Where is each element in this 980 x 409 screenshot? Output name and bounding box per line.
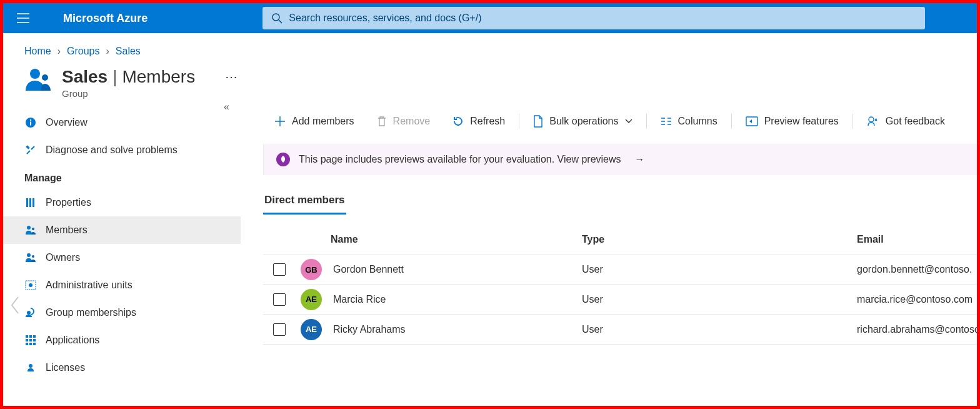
title-group-name: Sales (62, 67, 108, 87)
table-row[interactable]: AEMarcia RiceUsermarcia.rice@contoso.com (263, 285, 977, 315)
sidebar-item-licenses[interactable]: Licenses (3, 354, 241, 381)
columns-icon (661, 117, 672, 126)
add-members-button[interactable]: Add members (263, 108, 366, 135)
sidebar-item-label: Overview (46, 117, 88, 128)
toolbar-label: Columns (678, 116, 718, 127)
preview-banner[interactable]: This page includes previews available fo… (263, 144, 977, 175)
sidebar-item-diagnose[interactable]: Diagnose and solve problems (3, 136, 241, 164)
svg-rect-7 (26, 198, 28, 207)
sidebar-item-label: Properties (46, 197, 91, 208)
column-header-name[interactable]: Name (296, 234, 577, 245)
svg-rect-19 (33, 335, 36, 338)
sidebar-item-owners[interactable]: Owners (3, 244, 241, 271)
svg-point-11 (32, 228, 34, 230)
toolbar-label: Preview features (764, 116, 839, 127)
row-checkbox-cell (263, 323, 296, 336)
breadcrumb: Home › Groups › Sales (3, 33, 977, 62)
svg-point-12 (27, 253, 31, 257)
svg-point-0 (272, 14, 279, 21)
svg-rect-23 (26, 343, 28, 345)
title-block: Sales | Members Group (62, 67, 195, 99)
toolbar-separator (519, 114, 519, 129)
search-placeholder: Search resources, services, and docs (G+… (289, 13, 481, 24)
properties-icon (24, 198, 37, 208)
sidebar-item-label: Diagnose and solve problems (46, 144, 178, 156)
svg-rect-5 (30, 122, 31, 126)
row-email-cell: marcia.rice@contoso.com (852, 294, 977, 305)
column-header-type[interactable]: Type (577, 234, 852, 245)
row-checkbox[interactable] (273, 293, 286, 306)
page-subtitle: Group (62, 88, 195, 99)
member-name[interactable]: Marcia Rice (333, 294, 386, 305)
member-name[interactable]: Ricky Abrahams (333, 324, 406, 335)
page-header: Sales | Members Group ⋯ (3, 62, 977, 105)
sidebar: « Overview Diagnose and solve problems M… (3, 105, 241, 401)
search-icon (271, 13, 282, 24)
sidebar-item-label: Members (46, 225, 88, 236)
preview-icon (746, 116, 758, 126)
svg-rect-22 (33, 339, 36, 341)
group-avatar-icon (24, 67, 52, 92)
tab-header: Direct members (263, 190, 977, 215)
sidebar-item-applications[interactable]: Applications (3, 326, 241, 354)
sidebar-item-members[interactable]: Members (3, 216, 241, 244)
sidebar-item-group-memberships[interactable]: Group memberships (3, 299, 241, 326)
preview-features-button[interactable]: Preview features (734, 108, 850, 135)
main-content: Add members Remove Refresh Bulk operatio… (241, 105, 977, 401)
hamburger-menu[interactable] (8, 3, 38, 33)
row-name-cell: AEMarcia Rice (296, 289, 577, 310)
table-row[interactable]: AERicky AbrahamsUserrichard.abrahams@con… (263, 315, 977, 345)
sidebar-section-manage: Manage (3, 164, 241, 189)
breadcrumb-home[interactable]: Home (24, 46, 51, 57)
row-name-cell: GBGordon Bennett (296, 259, 577, 280)
svg-point-10 (27, 226, 31, 230)
svg-rect-8 (29, 198, 31, 207)
svg-point-2 (30, 69, 40, 79)
trash-icon (377, 116, 387, 127)
row-checkbox[interactable] (273, 323, 286, 336)
svg-rect-25 (33, 343, 36, 345)
refresh-button[interactable]: Refresh (441, 108, 516, 135)
more-actions-button[interactable]: ⋯ (218, 67, 245, 87)
file-icon (533, 115, 543, 128)
sidebar-item-overview[interactable]: Overview (3, 109, 241, 136)
row-email-cell: gordon.bennett@contoso. (852, 264, 977, 275)
title-separator: | (112, 67, 117, 87)
toolbar: Add members Remove Refresh Bulk operatio… (263, 108, 977, 135)
row-name-cell: AERicky Abrahams (296, 319, 577, 340)
svg-point-13 (32, 255, 34, 258)
feedback-button[interactable]: Got feedback (856, 108, 956, 135)
toolbar-label: Got feedback (886, 116, 945, 127)
members-table: Name Type Email GBGordon BennettUsergord… (263, 225, 977, 345)
columns-button[interactable]: Columns (649, 108, 729, 135)
sidebar-item-admin-units[interactable]: Administrative units (3, 271, 241, 299)
collapse-sidebar-button[interactable]: « (224, 101, 229, 113)
row-checkbox[interactable] (273, 263, 286, 276)
svg-rect-18 (29, 335, 32, 338)
tab-direct-members[interactable]: Direct members (263, 190, 346, 215)
members-icon (24, 225, 37, 235)
svg-rect-21 (29, 339, 32, 341)
toolbar-label: Refresh (470, 116, 505, 127)
member-name[interactable]: Gordon Bennett (333, 264, 404, 275)
sidebar-item-properties[interactable]: Properties (3, 189, 241, 216)
chevron-down-icon (625, 119, 632, 124)
applications-icon (24, 335, 37, 345)
row-checkbox-cell (263, 293, 296, 306)
column-header-email[interactable]: Email (852, 234, 977, 245)
brand-title[interactable]: Microsoft Azure (38, 12, 162, 25)
search-box[interactable]: Search resources, services, and docs (G+… (262, 7, 925, 29)
table-row[interactable]: GBGordon BennettUsergordon.bennett@conto… (263, 255, 977, 285)
breadcrumb-groups[interactable]: Groups (67, 46, 99, 57)
toolbar-separator (852, 114, 853, 129)
sidebar-item-label: Administrative units (46, 280, 132, 291)
breadcrumb-separator: › (106, 46, 109, 57)
toolbar-separator (646, 114, 647, 129)
bulk-operations-button[interactable]: Bulk operations (522, 108, 643, 135)
svg-point-3 (42, 74, 48, 81)
rocket-icon (276, 153, 290, 166)
breadcrumb-current[interactable]: Sales (116, 46, 141, 57)
back-arrow-button[interactable] (6, 293, 24, 318)
svg-line-1 (279, 20, 282, 23)
svg-point-26 (29, 364, 32, 368)
